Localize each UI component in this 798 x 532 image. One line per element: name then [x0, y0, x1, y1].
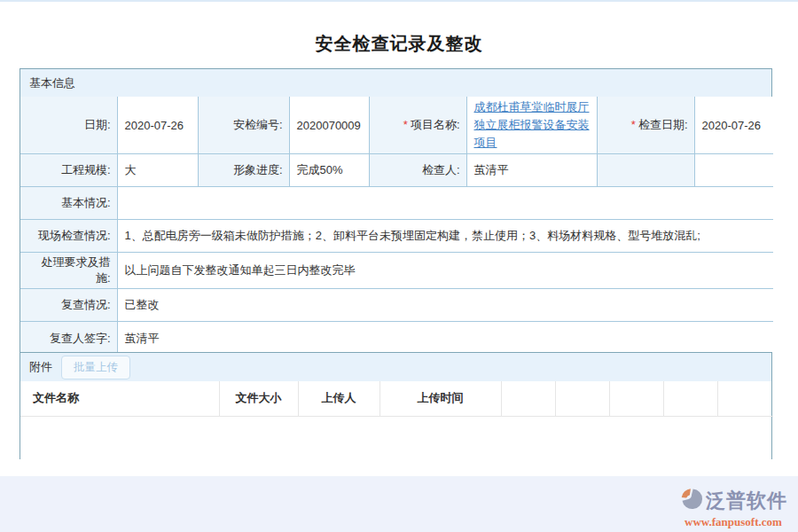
basic-info-section-header: 基本信息: [20, 69, 771, 97]
inspection-no-label: 安检编号:: [198, 97, 289, 154]
brand-logo: 泛普软件 www.fanpusoft.com: [679, 487, 787, 529]
column-header-uploader: 上传人: [298, 381, 379, 416]
site-check-label: 现场检查情况:: [20, 220, 117, 253]
attachments-empty-area: [20, 417, 771, 459]
progress-value: 完成50%: [289, 154, 369, 187]
column-header-empty: [717, 381, 773, 416]
column-header-file-name: 文件名称: [20, 381, 219, 416]
project-scale-value: 大: [117, 154, 198, 187]
column-header-empty: [609, 381, 663, 416]
recheck-signer-value: 茧清平: [117, 322, 773, 355]
project-name-link[interactable]: 成都杜甫草堂临时展厅独立展柜报警设备安装项目: [474, 98, 590, 152]
column-header-empty: [555, 381, 609, 416]
brand-name: 泛普软件: [706, 488, 787, 514]
project-name-cell: 成都杜甫草堂临时展厅独立展柜报警设备安装项目: [466, 97, 597, 154]
table-row: 基本情况:: [20, 187, 773, 220]
check-date-value: 2020-07-26: [694, 97, 773, 154]
batch-upload-button[interactable]: 批量上传: [61, 356, 130, 379]
attachments-table: 文件名称 文件大小 上传人 上传时间: [20, 381, 773, 417]
attachments-header-row: 文件名称 文件大小 上传人 上传时间: [20, 381, 773, 416]
column-header-empty: [501, 381, 555, 416]
date-value: 2020-07-26: [117, 97, 198, 154]
recheck-status-value: 已整改: [117, 289, 773, 322]
inspector-value: 茧清平: [466, 154, 597, 187]
check-date-label: *检查日期:: [597, 97, 694, 154]
column-header-empty: [663, 381, 717, 416]
measures-label: 处理要求及措施:: [20, 253, 117, 289]
page-footer: 泛普软件 www.fanpusoft.com: [0, 476, 798, 532]
attachments-section-header: 附件 批量上传: [20, 353, 771, 381]
table-row: 处理要求及措施: 以上问题自下发整改通知单起三日内整改完毕: [20, 253, 773, 289]
column-header-file-size: 文件大小: [219, 381, 298, 416]
attachments-section: 附件 批量上传 文件名称 文件大小 上传人 上传时间: [20, 352, 772, 459]
recheck-status-label: 复查情况:: [20, 289, 117, 322]
project-name-label: *项目名称:: [369, 97, 466, 154]
inspector-label: 检查人:: [369, 154, 466, 187]
project-scale-label: 工程规模:: [20, 154, 117, 187]
table-row: 复查情况: 已整改: [20, 289, 773, 322]
basic-info-table: 日期: 2020-07-26 安检编号: 2020070009 *项目名称: 成…: [20, 97, 773, 355]
site-check-value: 1、总配电房旁一级箱未做防护措施；2、卸料平台未预埋固定构建，禁止使用；3、料场…: [117, 220, 773, 253]
progress-label: 形象进度:: [198, 154, 289, 187]
column-header-upload-time: 上传时间: [379, 381, 501, 416]
required-asterisk: *: [403, 118, 408, 131]
brand-url: www.fanpusoft.com: [679, 515, 787, 529]
table-row: 复查人签字: 茧清平: [20, 322, 773, 355]
table-row: 工程规模: 大 形象进度: 完成50% 检查人: 茧清平: [20, 154, 773, 187]
page-title: 安全检查记录及整改: [0, 32, 798, 56]
empty-value-cell: [694, 154, 773, 187]
basic-info-section: 基本信息 日期: 2020-07-26 安检编号: 2020070009 *项目…: [20, 68, 772, 356]
attachments-title: 附件: [29, 359, 52, 375]
recheck-signer-label: 复查人签字:: [20, 322, 117, 355]
measures-value: 以上问题自下发整改通知单起三日内整改完毕: [117, 253, 773, 289]
empty-label-cell: [597, 154, 694, 187]
inspection-no-value: 2020070009: [289, 97, 369, 154]
date-label: 日期:: [20, 97, 117, 154]
table-row: 日期: 2020-07-26 安检编号: 2020070009 *项目名称: 成…: [20, 97, 773, 154]
fanpu-logo-icon: [679, 487, 703, 514]
table-row: 现场检查情况: 1、总配电房旁一级箱未做防护措施；2、卸料平台未预埋固定构建，禁…: [20, 220, 773, 253]
basic-situation-label: 基本情况:: [20, 187, 117, 220]
basic-situation-value: [117, 187, 773, 220]
required-asterisk: *: [631, 118, 636, 131]
